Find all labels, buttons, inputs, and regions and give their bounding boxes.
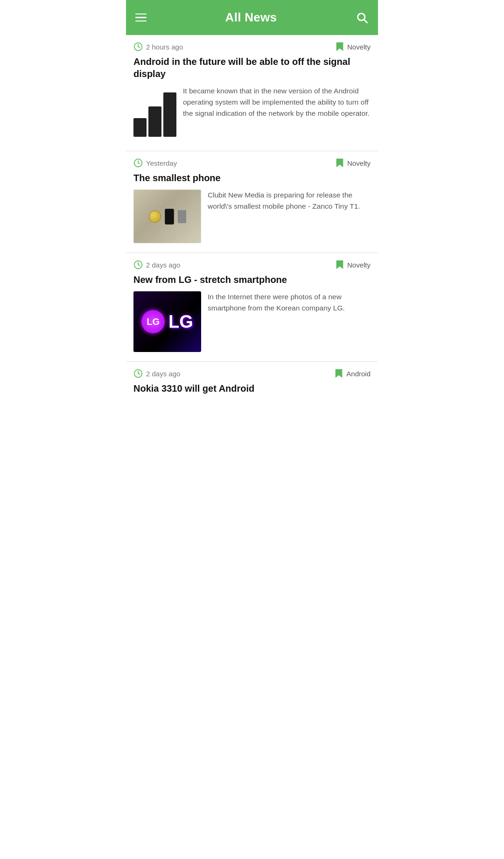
news-excerpt: It became known that in the new version … <box>183 85 371 119</box>
news-image <box>133 85 176 141</box>
news-body: LG LG In the Internet there were photos … <box>133 291 371 352</box>
news-title: New from LG - stretch smartphone <box>133 274 371 286</box>
news-time: Yesterday <box>133 158 177 168</box>
news-meta: 2 days ago Android <box>133 368 371 379</box>
news-meta: 2 hours ago Novelty <box>133 42 371 52</box>
page-title: All News <box>225 10 277 25</box>
svg-line-1 <box>364 20 367 22</box>
news-meta: Yesterday Novelty <box>133 158 371 168</box>
category-label: Novelty <box>347 43 371 51</box>
time-label: Yesterday <box>146 159 177 167</box>
bookmark-icon <box>335 42 344 52</box>
clock-icon <box>133 42 143 51</box>
news-body: It became known that in the new version … <box>133 85 371 141</box>
bookmark-icon <box>335 158 344 168</box>
bookmark-icon <box>334 368 343 379</box>
news-body: Clubit New Media is preparing for releas… <box>133 190 371 243</box>
news-category: Novelty <box>335 42 371 52</box>
news-time: 2 hours ago <box>133 42 183 51</box>
clock-icon <box>133 369 143 378</box>
time-label: 2 days ago <box>146 370 180 378</box>
bookmark-icon <box>335 260 344 270</box>
news-item[interactable]: 2 days ago Android Nokia 3310 will get A… <box>126 362 378 405</box>
category-label: Novelty <box>347 159 371 167</box>
news-category: Novelty <box>335 260 371 270</box>
news-title: Android in the future will be able to of… <box>133 56 371 80</box>
news-image: LG LG <box>133 291 201 352</box>
news-time: 2 days ago <box>133 369 180 378</box>
news-excerpt: Clubit New Media is preparing for releas… <box>208 190 371 212</box>
clock-icon <box>133 158 143 168</box>
news-title: Nokia 3310 will get Android <box>133 382 371 394</box>
news-meta: 2 days ago Novelty <box>133 260 371 270</box>
news-image <box>133 190 201 243</box>
time-label: 2 days ago <box>146 261 180 269</box>
news-title: The smallest phone <box>133 172 371 184</box>
time-label: 2 hours ago <box>146 43 183 51</box>
category-label: Android <box>346 370 371 378</box>
app-header: All News <box>126 0 378 35</box>
news-item[interactable]: 2 hours ago Novelty Android in the futur… <box>126 35 378 151</box>
clock-icon <box>133 260 143 269</box>
news-excerpt: In the Internet there were photos of a n… <box>208 291 371 314</box>
news-item[interactable]: 2 days ago Novelty New from LG - stretch… <box>126 253 378 362</box>
news-time: 2 days ago <box>133 260 180 269</box>
news-category: Novelty <box>335 158 371 168</box>
news-category: Android <box>334 368 371 379</box>
news-item[interactable]: Yesterday Novelty The smallest phone Clu… <box>126 151 378 253</box>
category-label: Novelty <box>347 261 371 269</box>
search-button[interactable] <box>356 11 369 24</box>
menu-button[interactable] <box>135 14 147 22</box>
